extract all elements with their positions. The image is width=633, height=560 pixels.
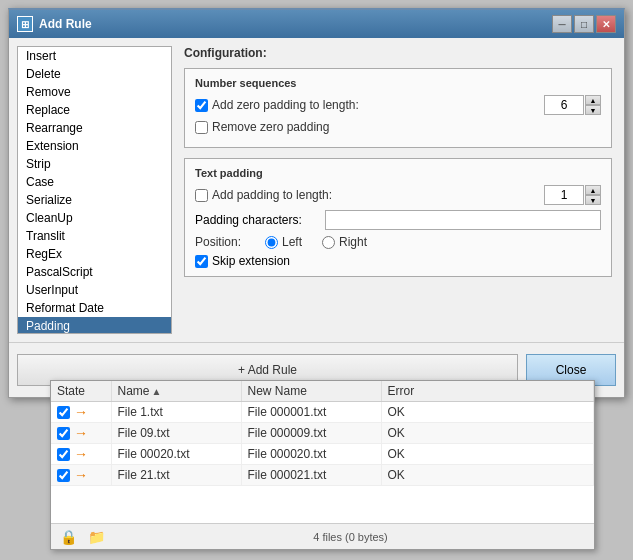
add-zero-padding-row: Add zero padding to length: ▲ ▼ xyxy=(195,95,601,115)
state-cell: → xyxy=(51,465,111,486)
list-item[interactable]: Reformat Date xyxy=(18,299,171,317)
text-padding-label: Text padding xyxy=(195,167,601,179)
arrow-icon: → xyxy=(74,404,88,420)
error-cell: OK xyxy=(381,423,594,444)
file-panel: State Name ▲ New Name Error xyxy=(50,380,595,550)
config-title: Configuration: xyxy=(184,46,612,60)
list-item[interactable]: Replace xyxy=(18,101,171,119)
error-cell: OK xyxy=(381,402,594,423)
row-checkbox[interactable] xyxy=(57,469,70,482)
position-label: Position: xyxy=(195,235,265,249)
padding-length-value[interactable] xyxy=(544,185,584,205)
remove-zero-padding-label: Remove zero padding xyxy=(195,120,601,134)
number-sequences-label: Number sequences xyxy=(195,77,601,89)
list-item[interactable]: Insert xyxy=(18,47,171,65)
skip-extension-row: Skip extension xyxy=(195,254,601,268)
config-panel: Configuration: Number sequences Add zero… xyxy=(172,38,624,342)
rule-list: Insert Delete Remove Replace Rearrange E… xyxy=(17,46,172,334)
remove-zero-padding-checkbox[interactable] xyxy=(195,121,208,134)
zero-padding-spin-buttons: ▲ ▼ xyxy=(585,95,601,115)
padding-length-down[interactable]: ▼ xyxy=(585,195,601,205)
zero-padding-up[interactable]: ▲ xyxy=(585,95,601,105)
file-footer: 🔒 📁 4 files (0 bytes) xyxy=(51,523,594,549)
name-cell: File 09.txt xyxy=(111,423,241,444)
name-cell: File 00020.txt xyxy=(111,444,241,465)
list-item[interactable]: CleanUp xyxy=(18,209,171,227)
title-bar: ⊞ Add Rule ─ □ ✕ xyxy=(9,10,624,38)
position-left-radio[interactable] xyxy=(265,236,278,249)
dialog-content: Insert Delete Remove Replace Rearrange E… xyxy=(9,38,624,342)
arrow-icon: → xyxy=(74,425,88,441)
list-item[interactable]: RegEx xyxy=(18,245,171,263)
add-padding-checkbox[interactable] xyxy=(195,189,208,202)
new-name-cell: File 000009.txt xyxy=(241,423,381,444)
list-item-padding[interactable]: Padding xyxy=(18,317,171,334)
remove-zero-padding-row: Remove zero padding xyxy=(195,120,601,134)
col-name[interactable]: Name ▲ xyxy=(111,381,241,402)
name-cell: File 1.txt xyxy=(111,402,241,423)
title-controls: ─ □ ✕ xyxy=(552,15,616,33)
row-checkbox[interactable] xyxy=(57,427,70,440)
position-right-option[interactable]: Right xyxy=(322,235,367,249)
zero-padding-value[interactable] xyxy=(544,95,584,115)
new-name-cell: File 000021.txt xyxy=(241,465,381,486)
padding-length-spin-buttons: ▲ ▼ xyxy=(585,185,601,205)
arrow-icon: → xyxy=(74,467,88,483)
number-sequences-section: Number sequences Add zero padding to len… xyxy=(184,68,612,148)
state-cell: → xyxy=(51,423,111,444)
add-zero-padding-checkbox[interactable] xyxy=(195,99,208,112)
table-row: → File 09.txt File 000009.txt OK xyxy=(51,423,594,444)
position-left-option[interactable]: Left xyxy=(265,235,302,249)
list-item[interactable]: Strip xyxy=(18,155,171,173)
lock-icon[interactable]: 🔒 xyxy=(59,528,77,546)
list-item[interactable]: Translit xyxy=(18,227,171,245)
add-rule-dialog: ⊞ Add Rule ─ □ ✕ Insert Delete Remove Re… xyxy=(8,8,625,398)
add-zero-padding-label: Add zero padding to length: xyxy=(195,98,544,112)
folder-icon[interactable]: 📁 xyxy=(87,528,105,546)
zero-padding-spinner: ▲ ▼ xyxy=(544,95,601,115)
skip-extension-checkbox[interactable] xyxy=(195,255,208,268)
list-item[interactable]: Extension xyxy=(18,137,171,155)
add-padding-row: Add padding to length: ▲ ▼ xyxy=(195,185,601,205)
close-window-button[interactable]: ✕ xyxy=(596,15,616,33)
list-item[interactable]: Remove xyxy=(18,83,171,101)
state-cell: → xyxy=(51,402,111,423)
list-item[interactable]: Delete xyxy=(18,65,171,83)
arrow-icon: → xyxy=(74,446,88,462)
file-table: State Name ▲ New Name Error xyxy=(51,381,594,486)
add-padding-label: Add padding to length: xyxy=(195,188,544,202)
zero-padding-down[interactable]: ▼ xyxy=(585,105,601,115)
col-state: State xyxy=(51,381,111,402)
col-error: Error xyxy=(381,381,594,402)
error-cell: OK xyxy=(381,465,594,486)
padding-length-spinner: ▲ ▼ xyxy=(544,185,601,205)
table-row: → File 00020.txt File 000020.txt OK xyxy=(51,444,594,465)
minimize-button[interactable]: ─ xyxy=(552,15,572,33)
list-item[interactable]: Serialize xyxy=(18,191,171,209)
position-radio-group: Left Right xyxy=(265,235,367,249)
col-new-name: New Name xyxy=(241,381,381,402)
row-checkbox[interactable] xyxy=(57,406,70,419)
list-item[interactable]: UserInput xyxy=(18,281,171,299)
new-name-cell: File 000020.txt xyxy=(241,444,381,465)
list-item[interactable]: PascalScript xyxy=(18,263,171,281)
position-row: Position: Left Right xyxy=(195,235,601,249)
padding-chars-row: Padding characters: xyxy=(195,210,601,230)
padding-chars-label: Padding characters: xyxy=(195,213,325,227)
table-row: → File 1.txt File 000001.txt OK xyxy=(51,402,594,423)
text-padding-section: Text padding Add padding to length: ▲ ▼ xyxy=(184,158,612,277)
state-cell: → xyxy=(51,444,111,465)
maximize-button[interactable]: □ xyxy=(574,15,594,33)
error-cell: OK xyxy=(381,444,594,465)
row-checkbox[interactable] xyxy=(57,448,70,461)
table-row: → File 21.txt File 000021.txt OK xyxy=(51,465,594,486)
padding-length-up[interactable]: ▲ xyxy=(585,185,601,195)
position-right-radio[interactable] xyxy=(322,236,335,249)
file-count: 4 files (0 bytes) xyxy=(313,531,388,543)
padding-chars-input[interactable] xyxy=(325,210,601,230)
dialog-icon: ⊞ xyxy=(17,16,33,32)
list-item[interactable]: Rearrange xyxy=(18,119,171,137)
list-item[interactable]: Case xyxy=(18,173,171,191)
skip-extension-label: Skip extension xyxy=(212,254,290,268)
dialog-title: Add Rule xyxy=(39,17,92,31)
